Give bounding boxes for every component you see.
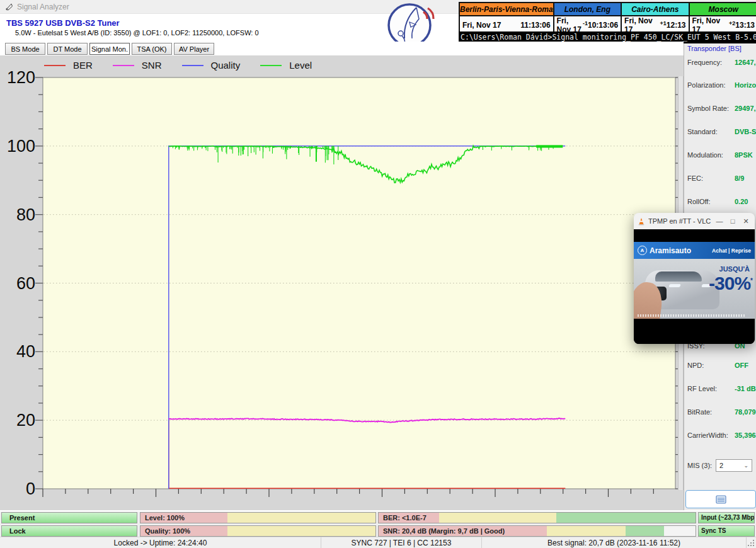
meter-bar-text: BER: <1.0E-7 [383, 513, 427, 523]
meter-segment-empty [664, 526, 696, 536]
clock-city-label: Cairo-Athens [622, 3, 688, 16]
clock-panel: London, EngFri, Nov 17-110:13:06 [554, 3, 622, 34]
clock-utc-offset: -1 [583, 20, 588, 26]
tab-av-player[interactable]: AV Player [174, 43, 214, 55]
tab-signal-mon-[interactable]: Signal Mon. [89, 43, 130, 55]
signal-analyzer-window: Signal Analyzer TBS 5927 USB DVB-S2 Tune… [0, 0, 756, 548]
meter-row: PresentLevel: 100%BER: <1.0E-7Input (~23… [0, 512, 756, 523]
device-icon [716, 495, 726, 504]
car-headlight [668, 284, 681, 287]
mis-label: MIS (3): [687, 462, 712, 469]
video-ad-banner: A Aramisauto Achat | Reprise [634, 242, 755, 259]
clock-city-label: Berlin-Paris-Vienna-Roma [460, 3, 553, 16]
clock-time: 10:13:06 [588, 21, 618, 30]
meter-segment-green [626, 526, 663, 536]
vlc-maximize-button[interactable]: □ [728, 217, 738, 225]
svg-text:40: 40 [16, 342, 35, 361]
tab-bar: BS ModeDT ModeSignal Mon.TSA (OK)AV Play… [0, 42, 684, 55]
video-fineprint [638, 314, 745, 317]
clock-utc-offset: +1 [660, 20, 667, 26]
tab-tsa-ok-[interactable]: TSA (OK) [132, 43, 172, 55]
statusbar-section: SYNC 727 | TEI 6 | CC 12153 [321, 537, 482, 548]
statusbar-section: Best signal: 20,7 dB (2023-11-16 11:52) [482, 537, 747, 548]
video-letterbox-bottom [634, 319, 755, 344]
meter-bar-1: Quality: 100% [140, 525, 376, 537]
clock-city-label: London, Eng [554, 3, 621, 16]
window-title: Signal Analyzer [17, 3, 69, 11]
signal-meters: PresentLevel: 100%BER: <1.0E-7Input (~23… [0, 511, 756, 537]
clock-time: 12:13 [667, 21, 686, 30]
vlc-close-button[interactable]: ✕ [741, 217, 751, 225]
field-label: Polarization: [687, 81, 726, 89]
field-value: 78,079 Mbit/s [735, 408, 756, 416]
ad-menu: Achat | Reprise [712, 248, 751, 254]
tab-dt-mode[interactable]: DT Mode [47, 43, 88, 55]
field-label: Frequency: [687, 59, 722, 66]
meter-segment-yellow [227, 513, 375, 523]
clock-utc-offset: +2 [729, 20, 735, 26]
svg-text:80: 80 [16, 205, 35, 224]
status-bar: Locked -> Uptime: 24:24:40SYNC 727 | TEI… [0, 537, 756, 548]
meter-segment-yellow [439, 513, 556, 523]
meter-bar-text: Quality: 100% [145, 526, 190, 536]
video-letterbox-top [634, 229, 755, 242]
vlc-titlebar[interactable]: TPMP en #TT - VLC med... — □ ✕ [634, 213, 755, 229]
signal-chart: 020406080100120 [0, 55, 684, 510]
meter-segment-yellow [227, 526, 375, 536]
status-box-present: Present [1, 512, 137, 523]
clock-panel: MoscowFri, Nov 17+213:13 [690, 3, 756, 34]
field-label: CarrierWidth: [687, 431, 728, 439]
meter-bar-2: SNR: 20,4 dB (Margin: 9,7 dB | Good) [378, 525, 696, 537]
vlc-video-surface[interactable]: A Aramisauto Achat | Reprise JUSQU'À -30… [634, 229, 755, 344]
status-box-lock: Lock [1, 525, 137, 537]
field-value: -31 dBm [735, 385, 756, 392]
clock-panel: Cairo-AthensFri, Nov 17+112:13 [622, 3, 689, 34]
ad-brand: Aramisauto [650, 246, 712, 255]
meter-bar-1: Level: 100% [140, 512, 376, 523]
field-value: 0.20 [735, 198, 748, 205]
ad-promo-line1: JUSQU'À [719, 265, 750, 273]
vlc-cone-icon [638, 217, 645, 225]
vlc-title: TPMP en #TT - VLC med... [648, 217, 711, 225]
video-ad-image: JUSQU'À -30%* [634, 259, 755, 319]
field-value: 8PSK [735, 151, 753, 159]
field-label: NPD: [687, 362, 704, 369]
clock-date: Fri, Nov 17 [462, 21, 501, 30]
meter-bar-text: Level: 100% [145, 513, 185, 523]
field-value: 29497,128 KS/s [735, 105, 756, 112]
meter-row: LockQuality: 100%SNR: 20,4 dB (Margin: 9… [0, 525, 756, 537]
clock-city-label: Moscow [690, 3, 756, 16]
svg-text:20: 20 [16, 411, 35, 430]
svg-text:60: 60 [16, 274, 35, 293]
field-value: 8/9 [735, 174, 744, 182]
field-label: BitRate: [687, 408, 712, 416]
clock-time: 11:13:06 [520, 21, 550, 30]
mis-dropdown[interactable]: 2 ⌄ [716, 459, 752, 472]
field-value: OFF [735, 362, 748, 369]
right-box: Input (~23,73 Mbps) [698, 512, 755, 523]
meter-segment-yellow [547, 526, 626, 536]
tuner-info: 5.0W - Eutelsat 5 West A/B (ID: 3550) @ … [15, 29, 259, 37]
field-label: RollOff: [687, 198, 710, 205]
field-label: Modulation: [687, 151, 723, 159]
clock-panel: Berlin-Paris-Vienna-RomaFri, Nov 1711:13… [460, 3, 554, 34]
vlc-minimize-button[interactable]: — [714, 217, 724, 225]
vlc-window: TPMP en #TT - VLC med... — □ ✕ A Aramisa… [634, 213, 755, 344]
ad-promo-line2: -30%* [709, 273, 752, 294]
svg-text:0: 0 [26, 479, 35, 498]
car-windshield [655, 271, 702, 282]
field-value: 35,396 MHz [735, 431, 756, 439]
svg-text:120: 120 [7, 68, 35, 87]
tab-bs-mode[interactable]: BS Mode [5, 43, 45, 55]
meter-bar-text: SNR: 20,4 dB (Margin: 9,7 dB | Good) [383, 526, 505, 536]
field-value: 12647,878 MHz [735, 59, 756, 66]
field-value: DVB-S2 [735, 128, 756, 135]
right-box: Sync TS [698, 525, 755, 537]
capture-button[interactable] [685, 490, 756, 508]
resize-grip[interactable] [747, 539, 755, 547]
field-label: Symbol Rate: [687, 105, 729, 112]
tuner-name: TBS 5927 USB DVB-S2 Tuner [6, 18, 120, 28]
statusbar-section: Locked -> Uptime: 24:24:40 [0, 537, 321, 548]
app-icon [5, 3, 13, 11]
transponder-header: Transponder [BS] [687, 45, 742, 52]
